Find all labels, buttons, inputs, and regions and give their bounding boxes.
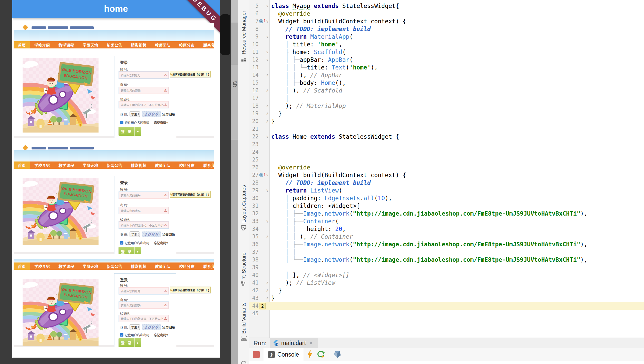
fold-marker-icon[interactable]: ∨	[265, 2, 269, 10]
nav-item[interactable]: 新闻公告	[102, 262, 126, 270]
school-banner-illustration: YALE HORIZON EDUCATION	[23, 178, 99, 245]
forgot-password-link[interactable]: 忘记密码?	[154, 333, 168, 337]
line-number: 6	[249, 10, 259, 17]
captcha-switch-link[interactable]: (点击切换)	[162, 232, 175, 236]
nav-item[interactable]: 学员天地	[78, 262, 102, 270]
fold-marker-icon[interactable]: ∧	[265, 287, 269, 294]
bookmark-icon[interactable]: 2	[259, 303, 266, 309]
nav-item[interactable]: 学校介绍	[30, 41, 54, 48]
fold-marker-icon[interactable]: ∧	[265, 233, 269, 240]
account-input[interactable]: 请输入您的账号 ⚠	[119, 191, 169, 199]
nav-item[interactable]: 教师团队	[151, 262, 175, 270]
remember-checkbox[interactable]: ✓	[120, 333, 123, 337]
nav-item[interactable]: 精彩视频	[126, 262, 151, 270]
nav-item[interactable]: 教学课程	[54, 41, 78, 48]
nav-item[interactable]: 教师团队	[151, 161, 175, 169]
account-input[interactable]: 请输入您的账号 ⚠	[119, 287, 169, 295]
nav-item[interactable]: 教师团队	[151, 41, 175, 48]
login-button[interactable]: 登 录 ▶	[119, 247, 141, 254]
captcha-switch-link[interactable]: (点击切换)	[162, 325, 175, 329]
role-select[interactable]: 学生 ▴▾	[130, 324, 140, 330]
nav-item[interactable]: 学员天地	[78, 41, 102, 48]
fold-marker-icon[interactable]: ∨	[265, 187, 269, 194]
tool-tab-structure[interactable]: 7: Structure	[238, 252, 249, 286]
nav-item[interactable]: 联系我们	[199, 41, 214, 48]
forgot-password-link[interactable]: 忘记密码?	[154, 120, 168, 125]
fold-marker-icon[interactable]: ∧	[265, 294, 269, 302]
fold-marker-icon[interactable]: ∧	[265, 117, 269, 125]
override-gutter-icon[interactable]: ↑	[259, 17, 266, 25]
hot-reload-icon[interactable]	[307, 350, 313, 358]
password-input[interactable]: 请输入您的密码 ⚠	[119, 87, 169, 94]
captcha-switch-link[interactable]: (点击切换)	[162, 112, 175, 116]
login-button[interactable]: 登 录 ▶	[119, 338, 141, 347]
fold-marker-icon[interactable]: ∨	[265, 133, 269, 140]
dart-icon[interactable]	[334, 350, 341, 358]
fold-marker-icon[interactable]: ∨	[265, 33, 269, 41]
nav-item[interactable]: 学校介绍	[30, 161, 54, 169]
fold-marker-icon[interactable]: ∨	[265, 48, 269, 56]
code-line: @override	[271, 164, 644, 171]
fold-marker-icon[interactable]: ∧	[265, 87, 269, 94]
nav-item[interactable]: 首页	[14, 262, 30, 270]
code-line: │ │ ), // Container	[271, 233, 644, 240]
role-select[interactable]: 学生 ▴▾	[130, 231, 140, 237]
tool-tab-resource-manager[interactable]: Resource Manager	[238, 11, 249, 62]
run-tab-main-dart[interactable]: main.dart ×	[270, 338, 318, 348]
nav-item[interactable]: 教学课程	[54, 161, 78, 169]
login-button[interactable]: 登 录 ▶	[119, 127, 141, 136]
captcha-input[interactable]: 请输入下面的验证码，不区分大小写 ⚠	[119, 101, 169, 108]
nav-item[interactable]: 精彩视频	[126, 161, 151, 169]
fold-marker-icon[interactable]: ∧	[265, 110, 269, 117]
override-gutter-icon[interactable]: ↑	[259, 171, 266, 179]
stop-button[interactable]	[253, 351, 260, 358]
nav-item[interactable]: 精彩视频	[126, 41, 151, 48]
remember-checkbox[interactable]: ✓	[120, 241, 123, 245]
nav-item[interactable]: 首页	[14, 41, 30, 48]
nav-item[interactable]: 校区分布	[175, 41, 199, 48]
captcha-image[interactable]: 1090	[142, 324, 161, 330]
login-title: 登录	[120, 277, 128, 282]
fold-marker-icon[interactable]: ∨	[265, 217, 269, 225]
tool-tab-build-variants[interactable]: Build Variants	[238, 302, 249, 341]
line-number: 43	[249, 294, 259, 302]
fold-marker-icon[interactable]: ∧	[265, 102, 269, 110]
captcha-input[interactable]: 请输入下面的验证码，不区分大小写 ⚠	[119, 315, 169, 322]
nav-item[interactable]: 新闻公告	[102, 161, 126, 169]
nav-item[interactable]: 学员天地	[78, 161, 102, 169]
captcha-image[interactable]: 1090	[142, 111, 161, 117]
fold-marker-icon[interactable]: ∨	[265, 56, 269, 64]
tool-tab-layout-captures[interactable]: Layout Captures	[238, 185, 249, 231]
role-label: 身 份:	[120, 325, 128, 329]
nav-item[interactable]: 学校介绍	[30, 262, 54, 270]
console-tab[interactable]: ❯ Console	[264, 348, 303, 361]
account-input[interactable]: 请输入您的账号 ⚠	[119, 71, 169, 79]
site-header-band	[14, 30, 214, 41]
site-nav: 首页学校介绍教学课程学员天地新闻公告精彩视频教师团队校区分布联系我们	[14, 262, 214, 270]
password-input[interactable]: 请输入您的密码 ⚠	[119, 207, 169, 214]
nav-item[interactable]: 首页	[14, 161, 30, 169]
web-page-card: 首页学校介绍教学课程学员天地新闻公告精彩视频教师团队校区分布联系我们	[14, 23, 214, 138]
code-editor[interactable]: 45∨class Myapp extends StatelessWidget{6…	[249, 0, 644, 338]
nav-item[interactable]: 新闻公告	[102, 41, 126, 48]
hot-restart-icon[interactable]	[317, 350, 325, 358]
line-number: 20	[249, 117, 259, 125]
nav-item[interactable]: 校区分布	[175, 262, 199, 270]
role-select[interactable]: 学生 ▴▾	[130, 111, 140, 117]
captcha-image[interactable]: 1090	[142, 231, 161, 237]
remember-checkbox[interactable]: ✓	[120, 121, 123, 124]
fold-marker-icon[interactable]: ∧	[265, 279, 269, 287]
layout-captures-icon	[241, 225, 247, 231]
app-bar-title: home	[12, 4, 220, 14]
password-input[interactable]: 请输入您的密码 ⚠	[119, 301, 169, 309]
nav-item[interactable]: 联系我们	[199, 262, 214, 270]
site-name-text	[70, 26, 94, 29]
nav-item[interactable]: 校区分布	[175, 161, 199, 169]
app-bar: home DEBUG	[12, 0, 220, 18]
forgot-password-link[interactable]: 忘记密码?	[154, 241, 168, 245]
nav-item[interactable]: 联系我们	[199, 161, 214, 169]
close-tab-icon[interactable]: ×	[309, 340, 313, 346]
fold-marker-icon[interactable]: ∧	[265, 71, 269, 79]
captcha-input[interactable]: 请输入下面的验证码，不区分大小写 ⚠	[119, 221, 169, 229]
nav-item[interactable]: 教学课程	[54, 262, 78, 270]
